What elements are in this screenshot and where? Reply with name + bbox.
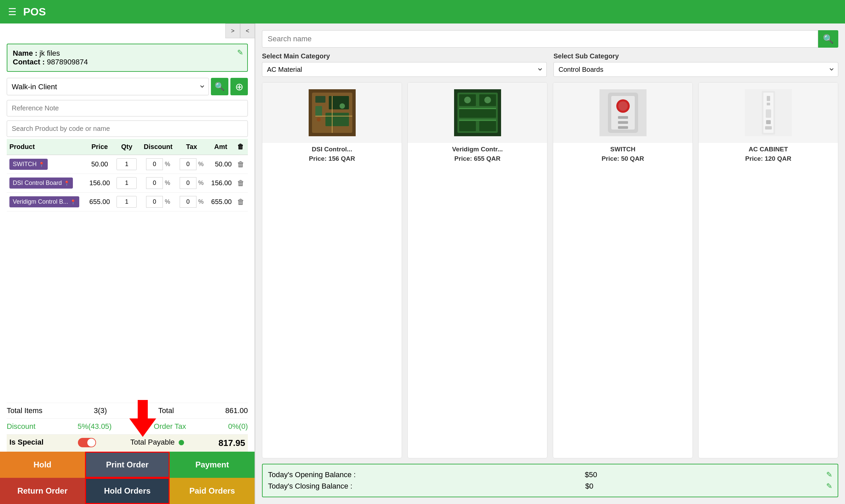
discount-percent: % [165, 161, 170, 167]
product-card[interactable]: Veridigm Contr... Price: 655 QAR [408, 82, 548, 458]
total-value: 861.00 [225, 406, 248, 415]
add-client-button[interactable]: ⊕ [230, 78, 248, 95]
tax-input[interactable] [180, 158, 196, 170]
svg-point-17 [464, 97, 471, 103]
svg-rect-4 [315, 106, 322, 116]
product-card-name: DSI Control... [262, 143, 402, 154]
closing-balance-edit-icon[interactable]: ✎ [826, 482, 832, 490]
hold-button[interactable]: Hold [0, 452, 85, 478]
product-tag[interactable]: SWITCH 📍 [10, 159, 48, 170]
product-tag[interactable]: DSI Control Board 📍 [10, 178, 73, 188]
hold-orders-button[interactable]: Hold Orders [85, 478, 170, 504]
toggle-right-btn[interactable]: > [225, 23, 240, 38]
delete-row-button[interactable]: 🗑 [237, 160, 244, 169]
col-qty: Qty [113, 139, 140, 155]
payment-button[interactable]: Payment [170, 452, 255, 478]
delete-row-button[interactable]: 🗑 [237, 198, 244, 206]
discount-cell: % [140, 174, 176, 193]
svg-rect-36 [765, 126, 772, 129]
order-tax-label[interactable]: Order Tax [154, 422, 186, 431]
balance-box: Today's Opening Balance : $50 ✎ Today's … [262, 464, 838, 497]
col-discount: Discount [140, 139, 176, 155]
tax-input[interactable] [180, 196, 196, 208]
order-tax-value: 0%(0) [228, 422, 248, 431]
col-price: Price [86, 139, 113, 155]
qty-input[interactable] [117, 196, 137, 208]
product-cell: DSI Control Board 📍 [7, 174, 86, 193]
svg-rect-15 [459, 121, 476, 131]
product-tag[interactable]: Veridigm Control B... 📍 [10, 196, 79, 208]
pin-icon: 📍 [64, 181, 70, 186]
action-buttons-row1: Hold Print Order Payment [0, 452, 255, 478]
pin-icon: 📍 [70, 199, 76, 205]
customer-info-box: Name : jk files Contact : 9878909874 ✎ [7, 43, 248, 72]
product-card[interactable]: AC CABINET Price: 120 QAR [698, 82, 838, 458]
total-label: Total [158, 406, 174, 415]
product-card[interactable]: SWITCH Price: 50 QAR [553, 82, 693, 458]
sub-category-select[interactable]: Control Boards [553, 62, 838, 77]
discount-input[interactable] [146, 177, 163, 189]
delete-row-button[interactable]: 🗑 [237, 179, 244, 187]
qty-cell [113, 193, 140, 211]
walk-in-select[interactable]: Walk-in Client [7, 78, 209, 95]
closing-balance-value: $0 [585, 482, 593, 490]
search-product-input[interactable] [7, 121, 248, 137]
is-special-toggle[interactable] [78, 438, 96, 447]
search-name-input[interactable] [262, 30, 818, 48]
table-row: DSI Control Board 📍 156.00 % % 156.00 🗑 [7, 174, 248, 193]
amt-cell: 50.00 [207, 155, 235, 174]
search-name-button[interactable]: 🔍 [818, 30, 838, 48]
product-cell: Veridigm Control B... 📍 [7, 193, 86, 211]
product-card-name: AC CABINET [699, 143, 838, 154]
qty-input[interactable] [117, 177, 137, 189]
main-category-select[interactable]: AC Material [262, 62, 547, 77]
product-card[interactable]: DSI Control... Price: 156 QAR [262, 82, 402, 458]
name-label: Name : [13, 49, 37, 57]
svg-point-8 [340, 103, 345, 109]
customer-edit-icon[interactable]: ✎ [237, 48, 243, 57]
product-card-price: Price: 120 QAR [742, 154, 795, 166]
qty-input[interactable] [117, 158, 137, 170]
tax-cell: % [176, 193, 207, 211]
customer-contact-value: 9878909874 [47, 58, 88, 66]
walk-in-row: Walk-in Client 🔍 ⊕ [7, 78, 248, 95]
amt-cell: 655.00 [207, 193, 235, 211]
order-table: Product Price Qty Discount Tax Amt 🗑 SWI… [7, 139, 248, 211]
product-image-svg [745, 89, 792, 136]
closing-balance-row: Today's Closing Balance : $0 ✎ [268, 481, 832, 492]
print-order-button[interactable]: Print Order [85, 452, 170, 478]
reference-input[interactable] [7, 100, 248, 116]
discount-percent: % [165, 198, 170, 205]
discount-input[interactable] [146, 158, 163, 170]
green-dot-icon [179, 440, 184, 445]
product-card-price: Price: 655 QAR [451, 154, 504, 166]
main-category-group: Select Main Category AC Material [262, 52, 547, 77]
svg-rect-35 [766, 120, 771, 124]
tax-cell: % [176, 155, 207, 174]
discount-input[interactable] [146, 196, 163, 208]
table-row: SWITCH 📍 50.00 % % 50.00 🗑 [7, 155, 248, 174]
price-cell: 655.00 [86, 193, 113, 211]
menu-icon[interactable]: ☰ [8, 6, 16, 17]
price-cell: 156.00 [86, 174, 113, 193]
product-image-area [553, 83, 692, 143]
delete-cell: 🗑 [235, 155, 248, 174]
paid-orders-button[interactable]: Paid Orders [170, 478, 255, 504]
sub-category-label: Select Sub Category [553, 52, 838, 60]
tax-cell: % [176, 174, 207, 193]
opening-balance-edit-icon[interactable]: ✎ [826, 470, 832, 479]
main-category-label: Select Main Category [262, 52, 547, 60]
search-client-button[interactable]: 🔍 [211, 78, 228, 95]
category-row: Select Main Category AC Material Select … [262, 52, 838, 77]
return-order-button[interactable]: Return Order [0, 478, 85, 504]
svg-rect-16 [479, 121, 496, 131]
product-grid: DSI Control... Price: 156 QAR Veridigm C… [262, 82, 838, 458]
svg-rect-14 [459, 109, 496, 118]
plus-icon: ⊕ [235, 81, 243, 93]
col-amt: Amt [207, 139, 235, 155]
amt-cell: 156.00 [207, 174, 235, 193]
product-image-svg [600, 89, 646, 136]
toggle-left-btn[interactable]: < [240, 23, 255, 38]
tax-input[interactable] [180, 177, 196, 189]
table-row: Veridigm Control B... 📍 655.00 % % 655.0… [7, 193, 248, 211]
